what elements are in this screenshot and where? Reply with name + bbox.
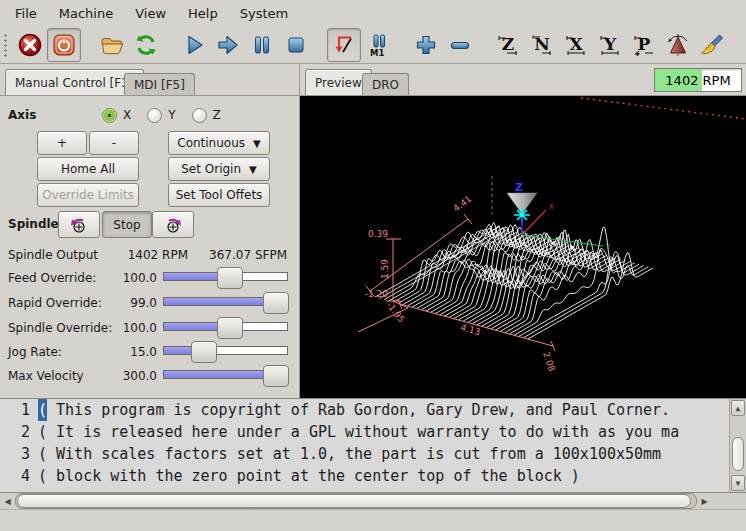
gcode-listing[interactable]: 1 ( This program is copyright of Rab Gor… [0, 398, 746, 493]
menu-system[interactable]: System [229, 2, 299, 25]
stop-program-button[interactable] [279, 28, 313, 62]
preview-canvas[interactable]: 0.39 1.59 -1.20 -1.95 4.41 4.13 2.08 Z X [300, 96, 746, 398]
jog-minus-button[interactable]: - [89, 131, 139, 155]
estop-button[interactable] [13, 28, 47, 62]
max-velocity-slider[interactable] [163, 365, 288, 385]
minus-icon [447, 32, 473, 58]
reload-button[interactable] [129, 28, 163, 62]
scroll-left-button[interactable]: ◀ [0, 494, 15, 508]
machine-power-button[interactable] [47, 28, 81, 62]
right-tabbar: Preview DRO 1402 RPM [300, 64, 746, 96]
chevron-down-icon: ▼ [249, 164, 257, 175]
spindle-ccw-icon [68, 215, 90, 235]
axis-radio-x[interactable] [102, 108, 117, 123]
menubar: File Machine View Help System [0, 0, 746, 26]
horizontal-scrollbar[interactable]: ◀ ▶ [0, 493, 746, 510]
plus-icon [413, 32, 439, 58]
jog-mode-select[interactable]: Continuous▼ [168, 131, 270, 155]
dim-y-min: -1.95 [384, 300, 406, 325]
svg-text:M1: M1 [370, 48, 384, 58]
run-program-button[interactable] [177, 28, 211, 62]
override-limits-button[interactable]: Override Limits [37, 183, 139, 207]
dim-y-extent: 4.41 [451, 194, 473, 214]
slider-handle[interactable] [191, 341, 217, 363]
view-p-button[interactable]: P [627, 28, 661, 62]
pause-button[interactable] [245, 28, 279, 62]
block-delete-icon [331, 32, 357, 58]
zoom-in-button[interactable] [409, 28, 443, 62]
rapid-override-label: Rapid Override: [8, 296, 102, 310]
toolpath-wireframe [375, 223, 653, 340]
toolbar-gripper[interactable] [2, 32, 9, 58]
spindle-rpm-value: 1402 RPM [100, 248, 188, 262]
spindle-ccw-button[interactable] [58, 211, 100, 238]
axis-radio-z-label: Z [213, 108, 221, 122]
tab-manual-control[interactable]: Manual Control [F3] [5, 69, 144, 95]
view-y-button[interactable]: Y [593, 28, 627, 62]
rapid-override-slider[interactable] [163, 292, 288, 312]
gcode-text: ( It is released here under a GPL withou… [38, 421, 679, 443]
jog-rate-label: Jog Rate: [8, 345, 62, 359]
play-icon [181, 32, 207, 58]
view-z-rotated-icon: N [529, 32, 555, 58]
step-arrow-icon [215, 32, 241, 58]
rotate-cone-icon [665, 32, 691, 58]
zoom-out-button[interactable] [443, 28, 477, 62]
spindle-stop-button[interactable]: Stop [102, 211, 152, 238]
menu-machine[interactable]: Machine [48, 2, 124, 25]
menu-file[interactable]: File [4, 2, 48, 25]
tab-mdi[interactable]: MDI [F5] [124, 73, 195, 95]
rotate-view-button[interactable] [661, 28, 695, 62]
axis-label: Axis [8, 108, 36, 122]
set-tool-offsets-button[interactable]: Set Tool Offets [168, 183, 270, 207]
gcode-line: 3 ( With scales factors set at 1.0, the … [0, 443, 746, 465]
svg-text:Y: Y [603, 34, 617, 54]
dim-z-extent: 1.59 [380, 259, 390, 279]
axis-radio-z[interactable] [192, 108, 207, 123]
menu-view[interactable]: View [124, 2, 177, 25]
slider-handle[interactable] [263, 292, 289, 314]
view-x-icon: X [563, 32, 589, 58]
jog-rate-slider[interactable] [163, 341, 288, 361]
slider-handle[interactable] [217, 317, 243, 339]
vertical-scrollbar[interactable]: ▲ ▼ [729, 399, 746, 492]
step-button[interactable] [211, 28, 245, 62]
spindle-sfpm-value: 367.07 SFPM [195, 248, 287, 262]
view-p-icon: P [631, 32, 657, 58]
open-file-button[interactable] [95, 28, 129, 62]
menu-help[interactable]: Help [177, 2, 229, 25]
set-origin-button[interactable]: Set Origin▼ [168, 157, 270, 181]
home-all-button[interactable]: Home All [37, 157, 139, 181]
dimension-labels: 0.39 1.59 -1.20 -1.95 4.41 4.13 2.08 [365, 194, 557, 373]
slider-handle[interactable] [217, 267, 243, 289]
feed-override-slider[interactable] [163, 267, 288, 287]
horizontal-scroll-track[interactable] [15, 493, 697, 509]
scroll-right-button[interactable]: ▶ [697, 494, 712, 508]
tab-dro[interactable]: DRO [362, 73, 409, 95]
view-z-rotated-button[interactable]: N [525, 28, 559, 62]
left-tabbar: Manual Control [F3] MDI [F5] [0, 64, 299, 96]
jog-plus-button[interactable]: + [37, 131, 87, 155]
scroll-up-button[interactable]: ▲ [731, 400, 745, 416]
jog-rate-value: 15.0 [112, 345, 157, 359]
machine-limit-line [581, 98, 746, 119]
feed-override-label: Feed Override: [8, 271, 96, 285]
horizontal-scroll-thumb[interactable] [17, 494, 691, 508]
clear-plot-button[interactable] [695, 28, 729, 62]
view-x-button[interactable]: X [559, 28, 593, 62]
x-axis-line [522, 210, 546, 235]
axis-radio-group: X Y Z [102, 106, 299, 124]
spindle-cw-button[interactable] [152, 211, 194, 238]
optional-pause-toggle[interactable]: M1 [361, 28, 395, 62]
spindle-rpm-meter: 1402 RPM [654, 68, 742, 92]
scroll-down-button[interactable]: ▼ [731, 475, 745, 491]
view-z-button[interactable]: Z [491, 28, 525, 62]
chevron-down-icon: ▼ [253, 138, 261, 149]
line-number: 4 [0, 465, 30, 487]
slider-handle[interactable] [263, 365, 289, 387]
vertical-scroll-thumb[interactable] [732, 437, 744, 471]
view-y-icon: Y [597, 32, 623, 58]
skip-lines-toggle[interactable] [327, 28, 361, 62]
spindle-override-slider[interactable] [163, 317, 288, 337]
axis-radio-y[interactable] [147, 108, 162, 123]
